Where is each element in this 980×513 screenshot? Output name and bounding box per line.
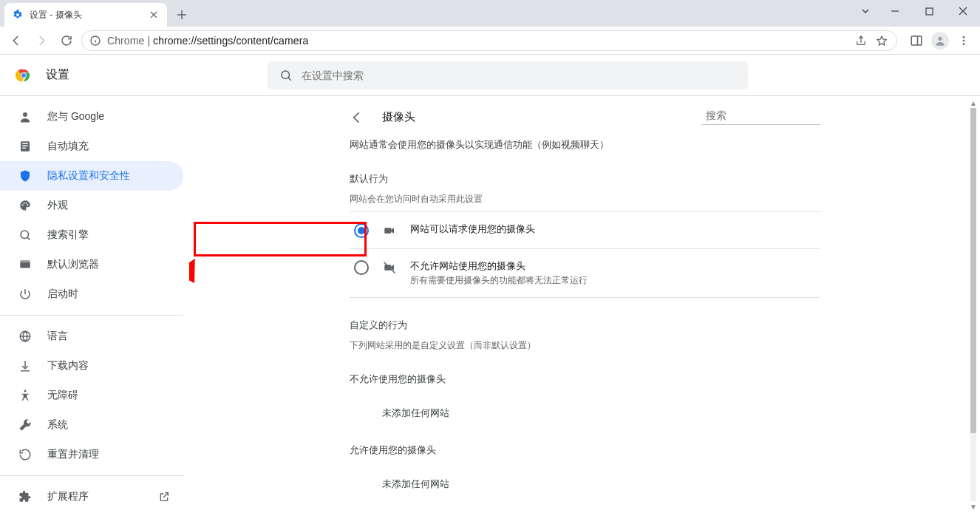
sidebar-item-label: 您与 Google [47, 110, 104, 123]
browser-tab-active[interactable]: 设置 - 摄像头 [4, 3, 167, 27]
block-list-empty: 未添加任何网站 [350, 393, 820, 423]
svg-rect-22 [20, 260, 30, 262]
sidebar-item-accessibility[interactable]: 无障碍 [0, 381, 183, 410]
sidebar-item-label: 无障碍 [47, 389, 78, 402]
sidebar-item-system[interactable]: 系统 [0, 410, 183, 440]
radio-button[interactable] [354, 260, 369, 275]
option-sublabel: 所有需要使用摄像头的功能都将无法正常运行 [410, 274, 588, 287]
gear-icon [12, 9, 24, 21]
page-search-input[interactable] [706, 109, 835, 121]
page-header: 摄像头 [350, 109, 820, 125]
tab-strip: 设置 - 摄像头 [0, 0, 980, 27]
site-info-icon[interactable] [89, 35, 101, 47]
sidebar-item-privacy[interactable]: 隐私设置和安全性 [0, 161, 183, 191]
svg-point-3 [938, 36, 942, 40]
side-panel-icon[interactable] [906, 30, 927, 51]
bookmark-icon[interactable] [874, 33, 889, 48]
svg-point-20 [21, 231, 29, 239]
settings-header: 设置 [0, 55, 980, 96]
sidebar-item-label: 系统 [47, 418, 68, 432]
svg-point-18 [26, 203, 27, 204]
sidebar-item-search-engine[interactable]: 搜索引擎 [0, 220, 183, 250]
svg-point-4 [963, 36, 965, 38]
sidebar-item-label: 默认浏览器 [47, 258, 99, 271]
sidebar-item-default-browser[interactable]: 默认浏览器 [0, 250, 183, 279]
svg-line-30 [189, 262, 193, 388]
sidebar-item-you-and-google[interactable]: 您与 Google [0, 102, 183, 132]
svg-point-5 [963, 39, 965, 41]
restore-icon [18, 447, 33, 462]
window-controls [853, 0, 980, 22]
sidebar-item-label: 下载内容 [47, 359, 89, 373]
option-label: 网站可以请求使用您的摄像头 [410, 222, 535, 236]
caret-down-icon[interactable] [853, 0, 878, 22]
svg-rect-28 [384, 228, 391, 234]
back-button[interactable] [6, 30, 27, 51]
search-icon [279, 69, 293, 82]
option-block-camera[interactable]: 不允许网站使用您的摄像头 所有需要使用摄像头的功能都将无法正常运行 [350, 248, 820, 297]
default-behavior-heading: 默认行为 [350, 172, 820, 186]
camera-icon [382, 223, 397, 238]
minimize-button[interactable] [878, 0, 912, 22]
custom-behavior-heading: 自定义的行为 [350, 319, 820, 332]
svg-rect-14 [22, 146, 28, 147]
wrench-icon [18, 418, 33, 432]
content-scrollbar[interactable]: ▲ ▼ [968, 98, 979, 512]
person-icon [18, 109, 33, 124]
sidebar-item-autofill[interactable]: 自动填充 [0, 132, 183, 161]
option-sites-can-ask[interactable]: 网站可以请求使用您的摄像头 [350, 212, 820, 248]
settings-sidebar: 您与 Google 自动填充 隐私设置和安全性 外观 搜索引擎 默认浏览器 启动… [0, 96, 189, 513]
sidebar-item-label: 自动填充 [47, 140, 89, 153]
menu-icon[interactable] [953, 30, 974, 51]
share-icon[interactable] [854, 33, 868, 48]
close-icon[interactable] [148, 9, 160, 21]
maximize-button[interactable] [912, 0, 946, 22]
scroll-thumb[interactable] [970, 108, 976, 433]
sidebar-item-label: 扩展程序 [47, 490, 89, 503]
sidebar-item-reset[interactable]: 重置并清理 [0, 440, 183, 469]
svg-rect-2 [911, 36, 922, 45]
profile-avatar[interactable] [930, 30, 950, 51]
svg-point-11 [23, 112, 27, 117]
page-description: 网站通常会使用您的摄像头以实现通信功能（例如视频聊天） [350, 138, 820, 152]
block-list-heading: 不允许使用您的摄像头 [350, 373, 820, 386]
sidebar-item-label: 重置并清理 [47, 448, 99, 461]
sidebar-item-languages[interactable]: 语言 [0, 322, 183, 351]
svg-point-17 [24, 203, 25, 204]
back-arrow-icon[interactable] [350, 110, 364, 125]
sidebar-item-extensions[interactable]: 扩展程序 [0, 482, 183, 512]
sidebar-item-appearance[interactable]: 外观 [0, 191, 183, 220]
page-title: 摄像头 [382, 110, 415, 124]
globe-icon [18, 329, 33, 344]
close-window-button[interactable] [946, 0, 980, 22]
download-icon [18, 359, 33, 373]
scroll-up-arrow[interactable]: ▲ [968, 98, 979, 108]
allow-list-empty: 未添加任何网站 [350, 464, 820, 494]
scroll-down-arrow[interactable]: ▼ [968, 501, 979, 512]
autofill-icon [18, 139, 33, 154]
new-tab-button[interactable] [171, 4, 192, 25]
forward-button[interactable] [31, 30, 52, 51]
sidebar-item-label: 启动时 [47, 288, 78, 301]
accessibility-icon [18, 388, 33, 403]
external-link-icon [158, 491, 170, 503]
browser-icon [18, 257, 33, 272]
svg-point-19 [27, 204, 28, 205]
omnibox[interactable]: Chrome | chrome://settings/content/camer… [81, 30, 897, 51]
sidebar-divider [0, 315, 183, 316]
svg-point-6 [963, 43, 965, 45]
radio-button[interactable] [354, 223, 369, 238]
extension-icon [18, 489, 33, 504]
settings-search[interactable] [268, 61, 748, 89]
annotation-highlight [194, 222, 367, 256]
custom-behavior-subheading: 下列网站采用的是自定义设置（而非默认设置） [350, 339, 820, 352]
reload-button[interactable] [56, 30, 77, 51]
chrome-logo-icon [15, 67, 33, 84]
svg-rect-15 [22, 148, 26, 149]
svg-point-16 [22, 204, 24, 205]
allow-list-heading: 允许使用您的摄像头 [350, 444, 820, 457]
settings-search-input[interactable] [302, 69, 736, 81]
sidebar-item-downloads[interactable]: 下载内容 [0, 351, 183, 381]
sidebar-item-on-startup[interactable]: 启动时 [0, 279, 183, 309]
page-search[interactable] [701, 109, 820, 125]
